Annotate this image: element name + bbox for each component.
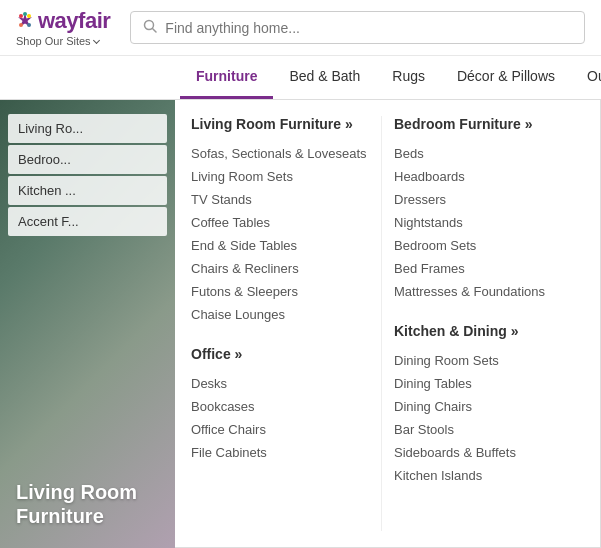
section-office: Office » Desks Bookcases Office Chairs F…: [191, 346, 369, 464]
menu-item-dressers[interactable]: Dressers: [394, 188, 572, 211]
tab-decor-pillows[interactable]: Décor & Pillows: [441, 56, 571, 99]
header: wayfair Shop Our Sites: [0, 0, 601, 56]
menu-item-dining-tables[interactable]: Dining Tables: [394, 372, 572, 395]
menu-item-tv-stands[interactable]: TV Stands: [191, 188, 369, 211]
logo-area: wayfair Shop Our Sites: [16, 8, 110, 47]
logo[interactable]: wayfair: [16, 8, 110, 34]
menu-item-kitchen-islands[interactable]: Kitchen Islands: [394, 464, 572, 487]
menu-item-file-cabinets[interactable]: File Cabinets: [191, 441, 369, 464]
sidebar-item-bedroom[interactable]: Bedroo...: [8, 145, 167, 174]
menu-item-bed-frames[interactable]: Bed Frames: [394, 257, 572, 280]
section-header-office[interactable]: Office »: [191, 346, 369, 362]
menu-item-desks[interactable]: Desks: [191, 372, 369, 395]
search-input[interactable]: [165, 20, 572, 36]
section-kitchen-dining: Kitchen & Dining » Dining Room Sets Dini…: [394, 323, 572, 487]
sidebar-item-living-room[interactable]: Living Ro...: [8, 114, 167, 143]
sidebar-categories: Living Ro... Bedroo... Kitchen ... Accen…: [0, 100, 175, 548]
tab-bed-bath[interactable]: Bed & Bath: [273, 56, 376, 99]
menu-item-sofas[interactable]: Sofas, Sectionals & Loveseats: [191, 142, 369, 165]
sidebar-item-kitchen[interactable]: Kitchen ...: [8, 176, 167, 205]
shop-our-sites-link[interactable]: Shop Our Sites: [16, 35, 110, 47]
tab-outdoor[interactable]: Outdoor: [571, 56, 601, 99]
menu-item-nightstands[interactable]: Nightstands: [394, 211, 572, 234]
dropdown-col-right: Bedroom Furniture » Beds Headboards Dres…: [382, 116, 584, 531]
menu-item-futons[interactable]: Futons & Sleepers: [191, 280, 369, 303]
dropdown-col-left: Living Room Furniture » Sofas, Sectional…: [191, 116, 382, 531]
menu-item-office-chairs[interactable]: Office Chairs: [191, 418, 369, 441]
menu-item-chaise-lounges[interactable]: Chaise Lounges: [191, 303, 369, 326]
main-area: Living Ro... Bedroo... Kitchen ... Accen…: [0, 100, 601, 548]
menu-item-dining-chairs[interactable]: Dining Chairs: [394, 395, 572, 418]
section-header-bedroom[interactable]: Bedroom Furniture »: [394, 116, 572, 132]
sidebar-item-accent[interactable]: Accent F...: [8, 207, 167, 236]
section-header-kitchen-dining[interactable]: Kitchen & Dining »: [394, 323, 572, 339]
chevron-down-icon: [93, 36, 100, 43]
menu-item-living-sets[interactable]: Living Room Sets: [191, 165, 369, 188]
tab-rugs[interactable]: Rugs: [376, 56, 441, 99]
section-bedroom: Bedroom Furniture » Beds Headboards Dres…: [394, 116, 572, 303]
search-icon: [143, 19, 157, 36]
menu-item-sideboards[interactable]: Sideboards & Buffets: [394, 441, 572, 464]
menu-item-dining-sets[interactable]: Dining Room Sets: [394, 349, 572, 372]
svg-point-6: [19, 23, 23, 27]
svg-point-4: [23, 12, 27, 16]
nav-tabs: Furniture Bed & Bath Rugs Décor & Pillow…: [0, 56, 601, 100]
menu-item-end-side-tables[interactable]: End & Side Tables: [191, 234, 369, 257]
section-header-living-room[interactable]: Living Room Furniture »: [191, 116, 369, 132]
menu-item-bookcases[interactable]: Bookcases: [191, 395, 369, 418]
search-bar[interactable]: [130, 11, 585, 44]
svg-point-3: [27, 14, 31, 18]
tab-furniture[interactable]: Furniture: [180, 56, 273, 99]
menu-item-bedroom-sets[interactable]: Bedroom Sets: [394, 234, 572, 257]
menu-item-headboards[interactable]: Headboards: [394, 165, 572, 188]
section-living-room: Living Room Furniture » Sofas, Sectional…: [191, 116, 369, 326]
svg-point-5: [27, 23, 31, 27]
logo-text: wayfair: [38, 8, 110, 34]
menu-item-coffee-tables[interactable]: Coffee Tables: [191, 211, 369, 234]
menu-item-mattresses[interactable]: Mattresses & Foundations: [394, 280, 572, 303]
menu-item-beds[interactable]: Beds: [394, 142, 572, 165]
dropdown-menu: Living Room Furniture » Sofas, Sectional…: [175, 100, 601, 548]
svg-line-8: [153, 29, 157, 33]
wayfair-logo-icon: [16, 12, 34, 30]
menu-item-chairs-recliners[interactable]: Chairs & Recliners: [191, 257, 369, 280]
svg-point-2: [19, 14, 23, 18]
menu-item-bar-stools[interactable]: Bar Stools: [394, 418, 572, 441]
